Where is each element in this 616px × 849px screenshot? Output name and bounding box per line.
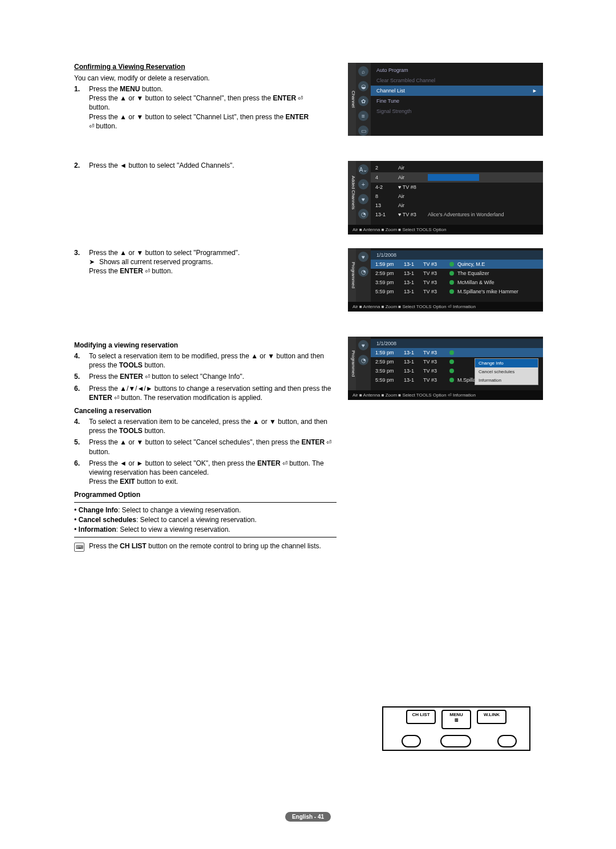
clock-icon: ◔: [358, 355, 368, 365]
remote-button[interactable]: [440, 735, 471, 747]
screenshot-programmed-popup: Programmed ♥ ◔ 1/1/2008 1:59 pm13-1TV #3…: [348, 337, 543, 400]
screenshot-footer: Air ■ Antenna ■ Zoom ■ Select TOOLS Opti…: [348, 225, 543, 235]
heart-icon: ♥: [358, 194, 368, 204]
screenshot-programmed: Programmed ♥ ◔ 1/1/2008 1:59 pm13-1TV #3…: [348, 248, 543, 312]
content: Confirming a Viewing Reservation You can…: [74, 63, 542, 552]
step-body: Press the ▲/▼/◄/► buttons to change a re…: [89, 384, 337, 402]
page: Confirming a Viewing Reservation You can…: [0, 0, 616, 849]
context-popup: Change Info Cancel schedules Information: [475, 358, 538, 385]
popup-item[interactable]: Cancel schedules: [475, 367, 538, 376]
side-tab: Channel: [348, 63, 356, 136]
card-icon: ▭: [358, 126, 368, 136]
bullet-item: Information: Select to view a viewing re…: [74, 525, 337, 533]
side-tab: Programmed: [348, 337, 356, 390]
remote-icon: ⌨: [74, 543, 84, 552]
menu-item: Clear Scrambled Channel: [371, 75, 543, 86]
status-dot-icon: [449, 262, 454, 266]
icon-column: ⌕ ◒ ✿ ≡ ▭: [356, 63, 371, 136]
step-number: 2.: [74, 161, 89, 170]
status-dot-icon: [449, 350, 454, 355]
status-dot-icon: [449, 280, 454, 285]
side-tab: Added Channels: [348, 161, 356, 225]
step-body: Press the MENU button. Press the ▲ or ▼ …: [89, 84, 337, 131]
page-number: English - 41: [0, 812, 616, 820]
arrow-icon: ➤: [89, 257, 99, 266]
bullet-list: Change Info: Select to change a viewing …: [74, 506, 337, 533]
status-dot-icon: [449, 359, 454, 364]
sub-title: Canceling a reservation: [74, 407, 337, 415]
popup-item[interactable]: Information: [475, 376, 538, 385]
programme-row[interactable]: 3:59 pm13-1TV #3McMillan & Wife: [371, 278, 543, 287]
selection-bar: [428, 174, 479, 181]
status-dot-icon: [449, 378, 454, 382]
intro-text: You can view, modify or delete a reserva…: [74, 74, 337, 82]
programme-row[interactable]: 2:59 pm13-1TV #3The Equalizer: [371, 269, 543, 278]
step-number: 4.: [74, 351, 89, 370]
heart-icon: ♥: [358, 340, 368, 350]
programme-row[interactable]: 5:59 pm13-1TV #3M.Spillane's mike Hammer: [371, 287, 543, 296]
channel-row[interactable]: 4-2♥ TV #8: [371, 183, 543, 192]
screenshot-added-channels: Added Channels A⌄ + ♥ ◔ 2Air 4Air 4-2♥ T…: [348, 161, 543, 235]
screenshot-footer: Air ■ Antenna ■ Zoom ■ Select TOOLS Opti…: [348, 302, 543, 312]
step-body: Press the ◄ or ► button to select "OK", …: [89, 459, 337, 487]
status-dot-icon: [449, 369, 454, 373]
programme-row-selected[interactable]: 1:59 pm13-1TV #3: [371, 348, 543, 357]
divider: [74, 537, 337, 537]
step-body: Press the ▲ or ▼ button to select "Cance…: [89, 438, 337, 456]
clock-icon: ◔: [358, 266, 368, 277]
divider: [74, 502, 337, 503]
gear-icon: ✿: [358, 96, 368, 106]
signal-icon: ≡: [358, 111, 368, 121]
step-number: 5.: [74, 372, 89, 381]
popup-item-selected[interactable]: Change Info: [475, 359, 538, 367]
remote-button[interactable]: [402, 735, 421, 747]
channel-row[interactable]: 13Air: [371, 201, 543, 210]
remote-button[interactable]: [497, 735, 517, 747]
note-row: ⌨ Press the CH LIST button on the remote…: [74, 542, 337, 552]
menu-item[interactable]: Auto Program: [371, 65, 543, 75]
step-number: 6.: [74, 459, 89, 487]
remote-label-menu: MENU▥: [441, 710, 471, 729]
icon-column: ♥ ◔: [356, 337, 371, 390]
step-number: 5.: [74, 438, 89, 456]
date-label: 1/1/2008: [371, 339, 543, 348]
date-label: 1/1/2008: [371, 250, 543, 260]
icon-column: A⌄ + ♥ ◔: [356, 161, 371, 225]
step-body: Press the ENTER ⏎ button to select "Chan…: [89, 372, 337, 381]
step-number: 4.: [74, 417, 89, 435]
enter-icon: ⏎: [89, 123, 94, 130]
step-body: To select a reservation item to be cance…: [89, 417, 337, 435]
step-number: 1.: [74, 84, 89, 131]
channel-row[interactable]: 2Air: [371, 163, 543, 172]
status-dot-icon: [449, 289, 454, 294]
menu-item-selected[interactable]: Channel List ►: [371, 86, 543, 96]
note-text: Press the CH LIST button on the remote c…: [89, 542, 321, 552]
screenshot-footer: Air ■ Antenna ■ Zoom ■ Select TOOLS Opti…: [348, 390, 543, 400]
channel-row[interactable]: 13-1♥ TV #3Alice's Adventures in Wonderl…: [371, 210, 543, 219]
step-body: Press the ◄ button to select "Added Chan…: [89, 161, 337, 170]
plus-icon: +: [358, 179, 368, 189]
bullet-item: Change Info: Select to change a viewing …: [74, 506, 337, 514]
menu-item: Signal Strength: [371, 106, 543, 116]
menu-item[interactable]: Fine Tune: [371, 96, 543, 106]
sub-title: Programmed Option: [74, 491, 337, 499]
all-icon: A⌄: [358, 164, 368, 175]
step-body: To select a reservation item to be modif…: [89, 351, 337, 370]
bullet-item: Cancel schedules: Select to cancel a vie…: [74, 516, 337, 524]
programme-row-selected[interactable]: 1:59 pm13-1TV #3Quincy, M.E: [371, 260, 543, 269]
status-dot-icon: [449, 271, 454, 276]
magnify-icon: ⌕: [358, 66, 368, 76]
channel-row[interactable]: 8Air: [371, 192, 543, 201]
remote-label-wlink: W.LINK: [477, 710, 506, 724]
section-title: Confirming a Viewing Reservation: [74, 63, 337, 71]
channel-row-selected[interactable]: 4Air: [371, 172, 543, 183]
side-tab: Programmed: [348, 248, 356, 302]
enter-icon: ⏎: [143, 268, 150, 274]
enter-icon: ⏎: [325, 439, 331, 446]
heart-icon: ♥: [358, 252, 368, 262]
antenna-icon: ◒: [358, 81, 368, 91]
enter-icon: ⏎: [112, 394, 119, 401]
icon-column: ♥ ◔: [356, 248, 371, 302]
enter-icon: ⏎: [143, 373, 150, 380]
sub-title: Modifying a viewing reservation: [74, 341, 337, 349]
